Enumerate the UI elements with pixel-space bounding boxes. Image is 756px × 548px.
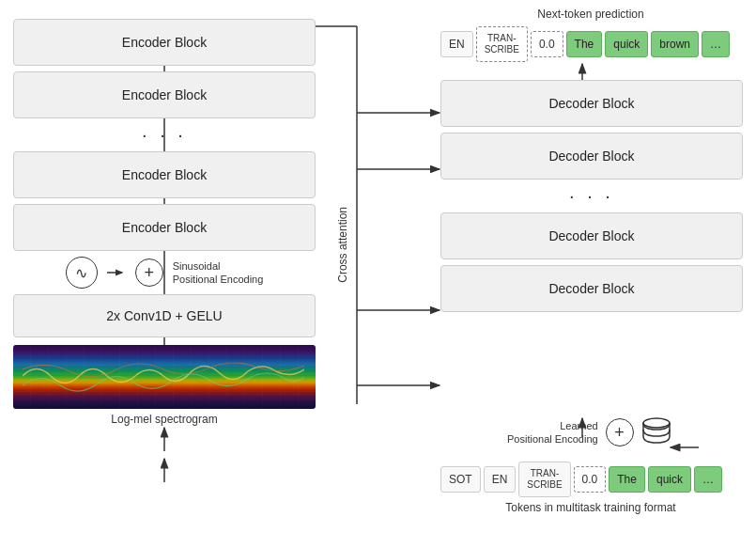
encoder-block-2: Encoder Block bbox=[13, 71, 316, 118]
tokens-in-multitask-label: Tokens in multitask training format bbox=[440, 501, 741, 514]
encoder-block-1-label: Encoder Block bbox=[122, 35, 207, 50]
encoder-section: Encoder Block Encoder Block · · · Encode… bbox=[13, 19, 316, 426]
encoder-block-4-label: Encoder Block bbox=[122, 220, 207, 235]
token-en-bottom: EN bbox=[484, 466, 517, 493]
spectrogram bbox=[13, 345, 316, 409]
token-quick-bottom: quick bbox=[648, 466, 691, 493]
token-en-top: EN bbox=[440, 31, 473, 57]
token-00-top: 0.0 bbox=[531, 31, 563, 57]
spec-label: Log-mel spectrogram bbox=[13, 413, 316, 426]
pos-enc-label: SinusoidalPositional Encoding bbox=[173, 259, 264, 287]
decoder-section: Decoder Block Decoder Block · · · Decode… bbox=[440, 80, 743, 318]
encoder-block-3-label: Encoder Block bbox=[122, 167, 207, 182]
decoder-block-2-label: Decoder Block bbox=[548, 149, 634, 164]
cross-attention-label: Cross attention bbox=[336, 207, 349, 283]
learned-pos-row: LearnedPositional Encoding + bbox=[507, 416, 671, 448]
token-the-bottom: The bbox=[609, 466, 645, 493]
spec-waves-svg bbox=[23, 352, 304, 399]
conv-label: 2x Conv1D + GELU bbox=[106, 308, 222, 323]
database-icon bbox=[641, 416, 671, 448]
token-quick-top: quick bbox=[605, 31, 648, 57]
decoder-block-4: Decoder Block bbox=[440, 265, 743, 312]
wave-icon: ∿ bbox=[66, 257, 98, 289]
decoder-dots: · · · bbox=[440, 185, 743, 207]
decoder-block-1: Decoder Block bbox=[440, 80, 743, 127]
decoder-block-3-label: Decoder Block bbox=[548, 228, 634, 243]
plus-circle: + bbox=[135, 258, 163, 287]
decoder-block-1-label: Decoder Block bbox=[548, 96, 634, 111]
token-row-top: EN TRAN-SCRIBE 0.0 The quick brown … bbox=[440, 26, 730, 62]
decoder-block-4-label: Decoder Block bbox=[548, 281, 634, 296]
token-ellipsis-top: … bbox=[702, 31, 730, 57]
token-the-top: The bbox=[566, 31, 603, 57]
token-sot: SOT bbox=[440, 466, 481, 493]
diagram: Encoder Block Encoder Block · · · Encode… bbox=[0, 0, 756, 548]
arrow-right-small bbox=[107, 266, 126, 279]
token-brown-top: brown bbox=[651, 31, 699, 57]
decoder-block-2: Decoder Block bbox=[440, 133, 743, 180]
encoder-block-2-label: Encoder Block bbox=[122, 87, 207, 102]
encoder-block-3: Encoder Block bbox=[13, 151, 316, 198]
conv-block: 2x Conv1D + GELU bbox=[13, 294, 316, 337]
pos-enc-row: ∿ + SinusoidalPositional Encoding bbox=[13, 257, 316, 289]
token-00-bottom: 0.0 bbox=[574, 466, 607, 493]
next-token-label: Next-token prediction bbox=[440, 8, 741, 21]
token-row-bottom: SOT EN TRAN-SCRIBE 0.0 The quick … bbox=[440, 462, 722, 497]
token-ellipsis-bottom: … bbox=[694, 466, 722, 493]
learned-plus-circle: + bbox=[606, 418, 634, 446]
token-transcribe-top: TRAN-SCRIBE bbox=[476, 26, 528, 62]
encoder-block-1: Encoder Block bbox=[13, 19, 316, 66]
learned-pos-label: LearnedPositional Encoding bbox=[507, 419, 598, 446]
decoder-block-3: Decoder Block bbox=[440, 212, 743, 259]
encoder-block-4: Encoder Block bbox=[13, 204, 316, 251]
encoder-dots: · · · bbox=[13, 124, 316, 146]
svg-point-18 bbox=[643, 418, 670, 428]
token-transcribe-bottom: TRAN-SCRIBE bbox=[518, 462, 570, 497]
